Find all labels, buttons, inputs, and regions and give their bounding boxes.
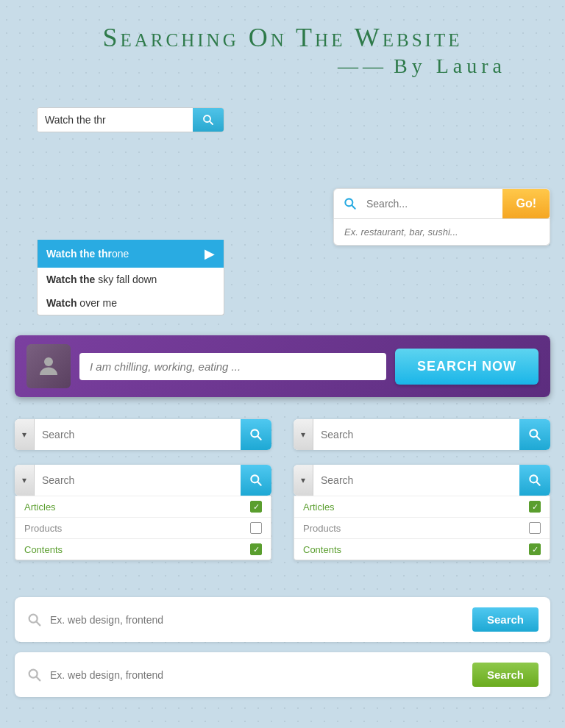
- bottom-search-section: Search Search: [0, 597, 565, 697]
- bottom-search-card-1: Search: [15, 597, 550, 642]
- search-hint: Ex. restaurant, bar, sushi...: [333, 219, 550, 246]
- search-icon: [249, 473, 263, 488]
- autocomplete-search-button[interactable]: [193, 108, 224, 132]
- autocomplete-item-text: Watch the throne: [46, 248, 129, 260]
- dropdown-toggle[interactable]: ▾: [294, 465, 313, 496]
- dropdown-toggle[interactable]: ▾: [294, 419, 313, 450]
- dropdown-search-button[interactable]: [519, 419, 550, 450]
- dropdown-search-input[interactable]: [35, 419, 241, 450]
- chevron-down-icon: ▾: [301, 429, 305, 440]
- search-icon: [26, 612, 43, 628]
- checkbox-icon: ✓: [529, 501, 541, 513]
- bottom-search-input-2[interactable]: [50, 669, 465, 681]
- go-search-input-row: Go!: [333, 188, 550, 219]
- bottom-search-button-2[interactable]: Search: [472, 663, 539, 687]
- checkbox-icon: ✓: [250, 501, 262, 513]
- go-button[interactable]: Go!: [502, 189, 550, 218]
- autocomplete-widget: Watch the throne ▶ Watch the sky fall do…: [37, 107, 224, 240]
- avatar: [26, 344, 71, 388]
- subtitle: By Laura: [15, 54, 550, 78]
- checkbox-icon: [529, 522, 541, 534]
- checkbox-label: Contents: [303, 544, 341, 555]
- social-search-input[interactable]: [79, 353, 386, 380]
- dropdown-search-bar-open: ▾: [15, 465, 271, 496]
- bottom-search-card-2: Search: [15, 652, 550, 697]
- autocomplete-item-2[interactable]: Watch the sky fall down: [38, 268, 224, 291]
- bottom-search-button-1[interactable]: Search: [472, 607, 539, 632]
- search-icon: [527, 473, 542, 488]
- autocomplete-item-text: Watch the sky fall down: [46, 274, 157, 285]
- dropdown-search-button[interactable]: [519, 465, 550, 496]
- dropdown-search-input[interactable]: [313, 465, 519, 496]
- autocomplete-item-3[interactable]: Watch over me: [38, 291, 224, 315]
- dropdown-search-bar-open: ▾: [294, 465, 550, 496]
- svg-line-14: [36, 621, 40, 625]
- search-icon: [26, 667, 43, 683]
- checkbox-products-right[interactable]: Products: [294, 517, 550, 538]
- checkbox-icon: ✓: [529, 543, 541, 555]
- dropdown-search-right-1: ▾: [294, 419, 550, 450]
- dropdown-search-bar: ▾: [294, 419, 550, 450]
- go-search-input[interactable]: [366, 189, 502, 218]
- checkbox-articles-left[interactable]: Articles ✓: [15, 496, 271, 517]
- dropdown-search-left-1: ▾: [15, 419, 271, 450]
- search-icon: [527, 427, 542, 442]
- dropdown-search-row-2: ▾ Articles ✓ Products: [15, 465, 550, 560]
- dropdown-search-bar: ▾: [15, 419, 271, 450]
- dropdown-search-button[interactable]: [241, 465, 271, 496]
- checkbox-products-left[interactable]: Products: [15, 517, 271, 538]
- dropdown-search-button[interactable]: [241, 419, 271, 450]
- checkbox-icon: [250, 522, 262, 534]
- play-icon: ▶: [205, 246, 215, 262]
- search-icon: [249, 427, 263, 442]
- person-icon: [35, 353, 62, 379]
- autocomplete-item-1[interactable]: Watch the throne ▶: [38, 240, 224, 268]
- dropdown-search-row-1: ▾ ▾: [15, 419, 550, 450]
- bottom-search-input-1[interactable]: [50, 614, 465, 626]
- checkbox-label: Articles: [303, 502, 335, 513]
- svg-line-16: [36, 677, 40, 680]
- dropdown-search-input[interactable]: [313, 419, 519, 450]
- search-icon: [334, 189, 366, 218]
- svg-line-1: [210, 121, 213, 124]
- autocomplete-input[interactable]: [38, 108, 193, 132]
- autocomplete-item-text: Watch over me: [46, 297, 117, 309]
- go-search-widget: Go! Ex. restaurant, bar, sushi...: [333, 188, 550, 246]
- svg-line-3: [352, 205, 355, 209]
- autocomplete-input-row: [37, 107, 224, 132]
- svg-line-8: [536, 436, 540, 440]
- dropdown-search-left-2: ▾ Articles ✓ Products: [15, 465, 271, 560]
- checkbox-contents-left[interactable]: Contents ✓: [15, 538, 271, 560]
- checkbox-label: Products: [303, 523, 341, 534]
- dropdown-search-input[interactable]: [35, 465, 241, 496]
- autocomplete-dropdown: Watch the throne ▶ Watch the sky fall do…: [37, 240, 224, 315]
- checkbox-label: Contents: [24, 544, 63, 555]
- checkbox-articles-right[interactable]: Articles ✓: [294, 496, 550, 517]
- search-icon: [202, 113, 215, 126]
- svg-line-10: [257, 482, 261, 485]
- top-widgets-row: Watch the throne ▶ Watch the sky fall do…: [0, 93, 565, 240]
- dropdown-search-right-2: ▾ Articles ✓ Products: [294, 465, 550, 560]
- social-search-bar: SEARCH NOW: [15, 335, 550, 397]
- dropdown-panel-left: Articles ✓ Products Contents ✓: [15, 496, 271, 560]
- checkbox-label: Products: [24, 523, 62, 534]
- main-title: Searching on the website: [15, 22, 550, 53]
- dropdown-panel-right: Articles ✓ Products Contents ✓: [294, 496, 550, 560]
- svg-line-12: [536, 482, 540, 485]
- dropdown-toggle[interactable]: ▾: [15, 419, 35, 450]
- svg-point-4: [44, 357, 53, 366]
- chevron-down-icon: ▾: [301, 475, 305, 485]
- checkbox-icon: ✓: [250, 543, 262, 555]
- svg-line-6: [257, 436, 261, 440]
- chevron-down-icon: ▾: [22, 475, 26, 485]
- dropdown-toggle[interactable]: ▾: [15, 465, 35, 496]
- title-section: Searching on the website By Laura: [0, 0, 565, 93]
- checkbox-label: Articles: [24, 502, 56, 513]
- social-search-button[interactable]: SEARCH NOW: [395, 349, 539, 385]
- chevron-down-icon: ▾: [22, 429, 26, 440]
- checkbox-contents-right[interactable]: Contents ✓: [294, 538, 550, 560]
- main-content: SEARCH NOW ▾ ▾: [0, 328, 565, 582]
